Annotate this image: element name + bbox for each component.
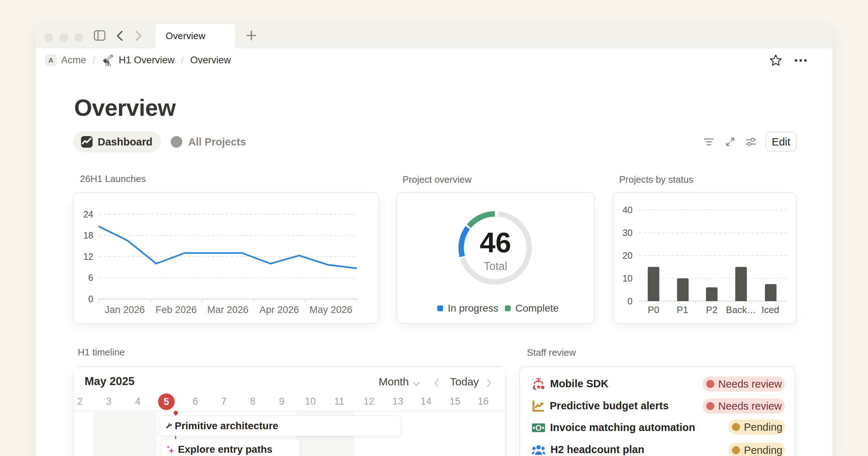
svg-text:12: 12 <box>83 252 93 262</box>
svg-text:Feb 2026: Feb 2026 <box>156 304 197 315</box>
svg-text:P0: P0 <box>648 304 659 315</box>
svg-text:10: 10 <box>622 273 633 283</box>
svg-text:20: 20 <box>622 250 633 261</box>
svg-text:P2: P2 <box>706 304 718 315</box>
svg-text:30: 30 <box>622 228 633 238</box>
svg-text:Jan 2026: Jan 2026 <box>105 304 145 315</box>
svg-text:Back…: Back… <box>726 304 756 315</box>
svg-text:Mar 2026: Mar 2026 <box>207 304 248 315</box>
svg-text:May 2026: May 2026 <box>310 304 353 315</box>
svg-text:6: 6 <box>88 273 93 283</box>
svg-text:24: 24 <box>83 209 93 219</box>
svg-text:Iced: Iced <box>761 304 779 315</box>
svg-text:18: 18 <box>83 230 93 240</box>
svg-text:0: 0 <box>627 296 633 306</box>
svg-text:Apr 2026: Apr 2026 <box>259 304 299 315</box>
svg-text:40: 40 <box>622 205 633 215</box>
svg-text:0: 0 <box>88 294 93 304</box>
svg-text:P1: P1 <box>677 304 688 315</box>
